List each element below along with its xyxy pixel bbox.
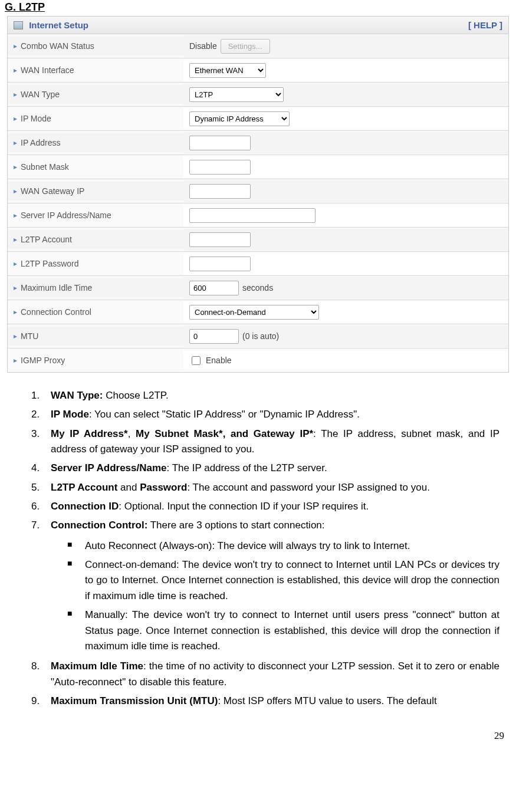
row-server-ip: ▸Server IP Address/Name [8, 203, 508, 228]
panel-header: Internet Setup [ HELP ] [8, 17, 508, 34]
wan-type-select[interactable]: L2TP [189, 87, 284, 102]
marker-icon: ▸ [14, 187, 17, 195]
sub-list-item: Manually: The device won't try to connec… [67, 607, 499, 654]
label-ip-address: IP Address [21, 138, 60, 147]
help-link[interactable]: [ HELP ] [468, 20, 502, 30]
row-mtu: ▸MTU (0 is auto) [8, 324, 508, 349]
label-conn-control: Connection Control [21, 307, 91, 317]
internet-setup-panel: Internet Setup [ HELP ] ▸Combo WAN Statu… [7, 16, 509, 373]
row-wan-gateway: ▸WAN Gateway IP [8, 179, 508, 203]
wan-interface-select[interactable]: Ethernet WAN [189, 63, 266, 78]
label-combo-wan: Combo WAN Status [21, 41, 94, 51]
marker-icon: ▸ [14, 356, 17, 364]
marker-icon: ▸ [14, 332, 17, 340]
mtu-input[interactable] [189, 329, 239, 344]
label-igmp: IGMP Proxy [21, 356, 65, 365]
combo-wan-value: Disable [189, 41, 217, 51]
marker-icon: ▸ [14, 139, 17, 147]
max-idle-suffix: seconds [242, 283, 273, 292]
sub-list: Auto Reconnect (Always-on): The device w… [51, 538, 499, 654]
instruction-content: WAN Type: Choose L2TP. IP Mode: You can … [0, 373, 516, 718]
setup-icon [14, 21, 23, 29]
ip-mode-select[interactable]: Dynamic IP Address [189, 111, 290, 126]
marker-icon: ▸ [14, 308, 17, 316]
list-item: Maximum Transmission Unit (MTU): Most IS… [42, 693, 499, 709]
max-idle-input[interactable] [189, 281, 239, 295]
subnet-mask-input[interactable] [189, 160, 251, 175]
label-wan-gateway: WAN Gateway IP [21, 186, 84, 196]
list-item: Maximum Idle Time: the time of no activi… [42, 659, 499, 690]
label-wan-interface: WAN Interface [21, 65, 74, 75]
label-wan-type: WAN Type [21, 90, 60, 99]
row-ip-address: ▸IP Address [8, 131, 508, 155]
marker-icon: ▸ [14, 235, 17, 244]
marker-icon: ▸ [14, 211, 17, 219]
row-l2tp-account: ▸L2TP Account [8, 228, 508, 252]
server-ip-input[interactable] [189, 208, 315, 223]
list-item: WAN Type: Choose L2TP. [42, 388, 499, 403]
igmp-checkbox-label: Enable [206, 356, 232, 365]
row-wan-type: ▸WAN Type L2TP [8, 83, 508, 107]
row-subnet-mask: ▸Subnet Mask [8, 155, 508, 179]
panel-title-wrap: Internet Setup [14, 20, 88, 30]
list-item: L2TP Account and Password: The account a… [42, 480, 499, 495]
list-item: Connection ID: Optional. Input the conne… [42, 499, 499, 514]
list-item: My IP Address*, My Subnet Mask*, and Gat… [42, 426, 499, 458]
label-l2tp-account: L2TP Account [21, 235, 72, 244]
section-heading: G. L2TP [0, 0, 516, 15]
conn-control-select[interactable]: Connect-on-Demand [189, 305, 319, 320]
label-mtu: MTU [21, 331, 38, 341]
marker-icon: ▸ [14, 90, 17, 98]
l2tp-account-input[interactable] [189, 232, 251, 247]
marker-icon: ▸ [14, 66, 17, 74]
panel-title: Internet Setup [29, 20, 88, 30]
label-subnet-mask: Subnet Mask [21, 162, 69, 172]
list-item: Connection Control: There are 3 options … [42, 518, 499, 654]
label-l2tp-password: L2TP Password [21, 259, 79, 268]
list-item: Server IP Address/Name: The IP address o… [42, 461, 499, 476]
marker-icon: ▸ [14, 114, 17, 123]
label-server-ip: Server IP Address/Name [21, 211, 111, 220]
row-igmp: ▸IGMP Proxy Enable [8, 349, 508, 372]
row-combo-wan: ▸Combo WAN Status Disable Settings... [8, 34, 508, 58]
ip-address-input[interactable] [189, 136, 251, 150]
instruction-list: WAN Type: Choose L2TP. IP Mode: You can … [17, 388, 499, 709]
marker-icon: ▸ [14, 163, 17, 171]
page-number: 29 [0, 718, 516, 748]
igmp-checkbox[interactable] [192, 356, 201, 365]
marker-icon: ▸ [14, 259, 17, 268]
row-l2tp-password: ▸L2TP Password [8, 252, 508, 276]
marker-icon: ▸ [14, 42, 17, 50]
row-wan-interface: ▸WAN Interface Ethernet WAN [8, 58, 508, 83]
wan-gateway-input[interactable] [189, 184, 251, 199]
mtu-suffix: (0 is auto) [242, 331, 279, 341]
list-item: IP Mode: You can select "Static IP Addre… [42, 407, 499, 422]
marker-icon: ▸ [14, 284, 17, 292]
label-max-idle: Maximum Idle Time [21, 283, 92, 292]
label-ip-mode: IP Mode [21, 114, 51, 123]
sub-list-item: Auto Reconnect (Always-on): The device w… [67, 538, 499, 554]
row-conn-control: ▸Connection Control Connect-on-Demand [8, 300, 508, 324]
sub-list-item: Connect-on-demand: The device won't try … [67, 557, 499, 604]
settings-button[interactable]: Settings... [221, 39, 270, 54]
row-ip-mode: ▸IP Mode Dynamic IP Address [8, 107, 508, 131]
l2tp-password-input[interactable] [189, 257, 251, 271]
row-max-idle: ▸Maximum Idle Time seconds [8, 276, 508, 300]
